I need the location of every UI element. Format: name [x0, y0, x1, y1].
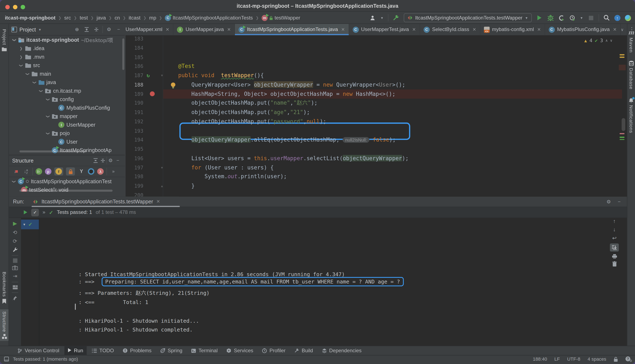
tab-options-kebab-icon[interactable]: ⋮ [628, 26, 635, 33]
console-line[interactable]: : ==> Parameters: 赵六(String), 21(String) [79, 288, 209, 298]
line-number[interactable]: 185 [127, 52, 143, 62]
project-panel-title[interactable]: Project [20, 26, 36, 32]
show-anonymous-classes-icon[interactable]: Y [78, 168, 85, 175]
gear-icon[interactable]: ⚙ [105, 26, 113, 33]
tree-chevron-icon[interactable]: ❯ [46, 114, 50, 118]
breadcrumb-item[interactable]: cn [115, 15, 120, 20]
inspections-widget[interactable]: ▲4 ✔3 ∧ ∨ [584, 38, 612, 43]
code-line[interactable]: System.out.println(user); [178, 172, 287, 181]
code-line[interactable]: @Test [178, 62, 195, 71]
fold-marker-icon[interactable]: ▿ [160, 163, 164, 172]
show-object-icon[interactable] [88, 168, 94, 175]
build-hammer-icon[interactable] [393, 14, 399, 21]
hidden-tabs-chevron-icon[interactable]: ∨ [621, 27, 624, 32]
soft-wrap-icon[interactable]: ↩ [612, 235, 616, 241]
breadcrumb-item[interactable]: test [80, 15, 88, 20]
tree-chevron-icon[interactable]: ❯ [19, 46, 23, 50]
run-configuration-select[interactable]: ItcastMpSpringbootApplicationTests.testW… [404, 14, 532, 22]
project-horizontal-scrollbar[interactable] [20, 150, 87, 152]
breadcrumb-item[interactable]: mtestWapper [262, 15, 300, 21]
gear-icon[interactable]: ⚙ [605, 198, 612, 205]
chevron-double-icon[interactable]: » [42, 210, 45, 215]
project-tree-row[interactable]: ❯ .idea [9, 44, 125, 53]
run-button[interactable] [536, 14, 543, 21]
toolwindow-bar-item-problems[interactable]: Problems [119, 346, 155, 355]
console-line[interactable]: : <== Total: 1 [79, 298, 148, 307]
line-number[interactable]: 188 [127, 80, 143, 89]
code-line[interactable]: objectQueryWrapper.allEq(objectObjectHas… [178, 135, 396, 144]
layout-settings-icon[interactable] [12, 285, 18, 290]
scroll-down-icon[interactable]: ↓ [613, 226, 616, 232]
toolwindow-button-database[interactable]: Database [627, 59, 635, 92]
hide-panel-icon[interactable]: − [114, 157, 122, 164]
toolwindow-button-notifications[interactable]: Notifications [627, 96, 635, 135]
pin-tab-icon[interactable] [13, 296, 18, 300]
stripe-mark[interactable] [620, 139, 624, 140]
line-number[interactable]: 183 [127, 36, 143, 44]
line-number[interactable]: 187 [127, 71, 143, 80]
line-number[interactable]: 184 [127, 43, 143, 52]
profiler-button[interactable] [569, 14, 576, 21]
editor-tab[interactable]: CSelectById.class✕ [420, 24, 480, 35]
show-non-public-icon[interactable] [66, 167, 75, 176]
close-tab-icon[interactable]: ✕ [166, 27, 169, 32]
tree-chevron-icon[interactable]: ❯ [19, 64, 23, 67]
console-line[interactable]: : HikariPool-1 - Shutdown initiated... [79, 316, 199, 326]
run-tab-label[interactable]: ItcastMpSpringbootApplicationTests.testW… [42, 198, 153, 205]
toolwindow-bar-item-spring[interactable]: Spring [157, 346, 186, 355]
code-line[interactable]: public void testWapper(){ [178, 71, 264, 80]
print-icon[interactable] [612, 254, 617, 259]
expand-all-icon[interactable] [83, 26, 90, 33]
breadcrumb-item[interactable]: itcast [129, 15, 140, 20]
close-tab-icon[interactable]: ✕ [227, 27, 231, 32]
show-passed-toggle[interactable]: ✓ [31, 208, 39, 216]
structure-tree-row[interactable]: ❯C ItcastMpSpringbootApplicationTest [9, 177, 125, 186]
line-number[interactable]: 196 [127, 154, 143, 163]
project-tree-row[interactable]: ❯ .mvn [9, 53, 125, 61]
breadcrumb-item[interactable]: itcast-mp-springboot [5, 15, 55, 20]
update-available-icon[interactable]: ↑ [614, 15, 620, 21]
gear-icon[interactable]: ⚙ [107, 157, 114, 164]
project-tree-row[interactable]: ❯ cn.itcast.mp [9, 86, 125, 95]
project-tree-row[interactable]: ❯ config [9, 95, 125, 104]
ide-settings-sphere-icon[interactable] [625, 15, 631, 21]
project-tree-row[interactable]: ❯ itcast-mp-springboot ~/Desktop/项 [9, 36, 125, 44]
line-number[interactable]: 191 [127, 108, 143, 117]
test-results-tree[interactable]: ▼ ✓ [21, 218, 39, 346]
warning-stripe-mark[interactable] [620, 56, 624, 58]
structure-horizontal-scrollbar[interactable] [20, 190, 113, 192]
code-line[interactable]: objectObjectHashMap.put("age","21"); [178, 108, 310, 117]
toolwindow-button-project[interactable]: Project [0, 27, 9, 54]
line-number[interactable]: 186 [127, 62, 143, 71]
breadcrumb-item[interactable]: java [97, 15, 106, 20]
breakpoint-icon[interactable] [150, 92, 155, 96]
show-fields-icon[interactable]: f [54, 167, 63, 176]
clear-console-trash-icon[interactable] [612, 261, 616, 266]
line-number[interactable]: 198 [127, 172, 143, 181]
project-tree-row[interactable]: ❯ src [9, 61, 125, 70]
project-vertical-scrollbar[interactable] [122, 38, 124, 70]
line-number[interactable]: 195 [127, 144, 143, 154]
scroll-to-end-icon[interactable] [610, 244, 619, 252]
show-properties-icon[interactable]: p [45, 168, 52, 175]
tree-chevron-icon[interactable]: ❯ [39, 89, 43, 92]
close-tab-icon[interactable]: ✕ [341, 27, 345, 32]
search-everywhere-icon[interactable] [603, 14, 610, 21]
project-tree-row[interactable]: CUser [9, 138, 125, 146]
test-tree-selected-row[interactable]: ▼ ✓ [21, 220, 39, 229]
project-tree-row[interactable]: ❯ main [9, 70, 125, 78]
toolwindow-bar-item-version-control[interactable]: Version Control [14, 346, 63, 355]
project-tree-row[interactable]: IUserMapper [9, 120, 125, 129]
toolwindow-layout-icon[interactable] [4, 357, 9, 362]
code-line[interactable]: List<User> users = this.userMapper.selec… [178, 154, 409, 163]
rerun-failed-icon[interactable]: ⟲ [13, 229, 17, 235]
toolwindow-bar-item-dependencies[interactable]: Dependencies [318, 346, 365, 355]
hide-panel-icon[interactable]: − [115, 26, 122, 33]
locate-file-icon[interactable]: ⊕ [73, 26, 81, 33]
tree-chevron-icon[interactable]: ❯ [26, 72, 30, 76]
toolwindow-bar-item-terminal[interactable]: Terminal [187, 346, 221, 355]
user-account-icon[interactable] [369, 14, 376, 21]
code-line[interactable]: } [178, 181, 195, 190]
next-problem-chevron-icon[interactable]: ∨ [610, 38, 612, 42]
line-number[interactable]: 200 [127, 190, 143, 196]
